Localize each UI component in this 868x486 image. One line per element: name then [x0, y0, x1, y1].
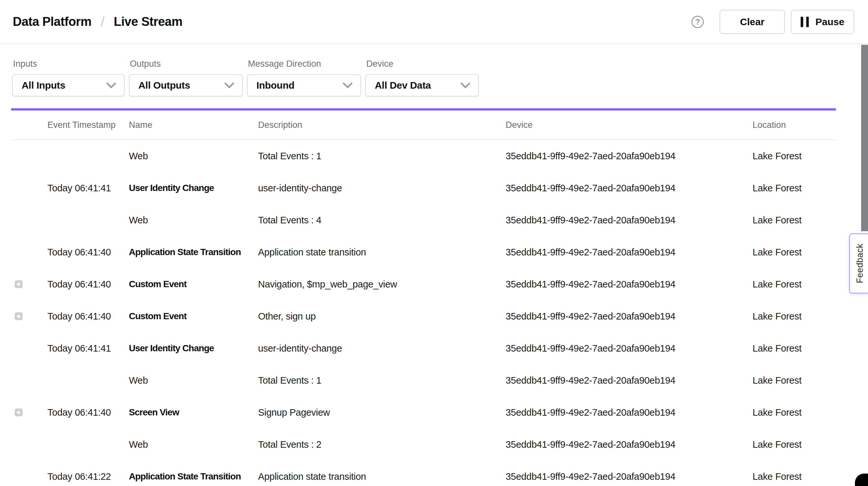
cell-location: Lake Forest [752, 247, 836, 258]
outputs-dropdown[interactable]: All Outputs [129, 74, 243, 96]
table-row[interactable]: Web Total Events : 1 35eddb41-9ff9-49e2-… [11, 140, 836, 172]
pause-button[interactable]: Pause [791, 10, 854, 34]
clear-button[interactable]: Clear [719, 10, 785, 34]
accent-bar [11, 108, 836, 111]
cell-timestamp: Today 06:41:40 [48, 311, 129, 322]
filter-inputs: Inputs All Inputs [12, 59, 125, 96]
cell-location: Lake Forest [752, 375, 836, 386]
cell-expander [11, 184, 48, 192]
cell-location: Lake Forest [752, 439, 836, 450]
cell-timestamp: Today 06:41:22 [48, 471, 129, 482]
column-header-timestamp: Event Timestamp [48, 120, 129, 130]
cell-expander [11, 312, 48, 320]
cell-device: 35eddb41-9ff9-49e2-7aed-20afa90eb194 [506, 279, 752, 290]
expand-button[interactable] [15, 280, 23, 288]
cell-expander [11, 344, 48, 352]
cell-description: user-identity-change [258, 343, 506, 354]
cell-device: 35eddb41-9ff9-49e2-7aed-20afa90eb194 [506, 151, 752, 161]
cell-device: 35eddb41-9ff9-49e2-7aed-20afa90eb194 [506, 183, 752, 193]
cell-expander [11, 408, 48, 416]
filter-device: Device All Dev Data [365, 59, 479, 96]
cell-description: Total Events : 1 [258, 151, 506, 161]
inputs-dropdown[interactable]: All Inputs [12, 74, 125, 96]
table-row[interactable]: Web Total Events : 1 35eddb41-9ff9-49e2-… [11, 364, 836, 396]
expand-button[interactable] [15, 408, 23, 416]
table-row[interactable]: Today 06:41:40 Custom Event Navigation, … [11, 268, 836, 300]
outputs-dropdown-value: All Outputs [138, 80, 190, 91]
help-icon[interactable]: ? [691, 16, 704, 28]
table-row[interactable]: Today 06:41:41 User Identity Change user… [11, 332, 836, 364]
table-row[interactable]: Web Total Events : 2 35eddb41-9ff9-49e2-… [11, 428, 836, 460]
table-row[interactable]: Today 06:41:40 Application State Transit… [11, 236, 836, 268]
cell-location: Lake Forest [752, 215, 836, 226]
filter-device-label: Device [366, 59, 479, 69]
table-row[interactable]: Today 06:41:22 Application State Transit… [11, 460, 836, 486]
table-row[interactable]: Today 06:41:40 Custom Event Other, sign … [11, 300, 836, 332]
app-header: Data Platform / Live Stream ? Clear Paus… [0, 0, 868, 44]
breadcrumb: Data Platform / Live Stream [13, 14, 183, 30]
message-direction-dropdown-value: Inbound [256, 80, 294, 91]
device-dropdown[interactable]: All Dev Data [365, 74, 479, 96]
filter-inputs-label: Inputs [13, 59, 125, 69]
cell-name: Application State Transition [129, 471, 258, 482]
cell-device: 35eddb41-9ff9-49e2-7aed-20afa90eb194 [506, 215, 752, 226]
pause-icon [801, 17, 809, 27]
cell-description: Signup Pageview [258, 407, 506, 418]
cell-device: 35eddb41-9ff9-49e2-7aed-20afa90eb194 [506, 471, 752, 482]
cell-timestamp: Today 06:41:40 [48, 407, 129, 418]
chevron-down-icon [106, 83, 116, 89]
column-header-location: Location [752, 120, 836, 130]
cell-expander [11, 441, 48, 448]
chevron-down-icon [343, 83, 352, 89]
cell-name: Web [129, 151, 258, 161]
chevron-down-icon [224, 83, 234, 89]
pause-button-label: Pause [815, 17, 844, 28]
filter-message-direction: Message Direction Inbound [247, 59, 361, 96]
cell-timestamp: Today 06:41:40 [48, 247, 129, 258]
cell-description: Total Events : 4 [258, 215, 506, 226]
feedback-tab[interactable]: Feedback [849, 233, 868, 294]
cell-name: User Identity Change [129, 183, 258, 193]
vertical-scrollbar-thumb[interactable] [861, 45, 868, 231]
device-dropdown-value: All Dev Data [375, 80, 431, 91]
cell-description: Other, sign up [258, 311, 506, 322]
column-header-description: Description [258, 120, 506, 130]
cell-description: Total Events : 1 [258, 375, 506, 386]
cell-timestamp: Today 06:41:41 [48, 183, 129, 193]
expand-button[interactable] [15, 312, 23, 320]
cell-expander [11, 376, 48, 384]
cell-device: 35eddb41-9ff9-49e2-7aed-20afa90eb194 [506, 407, 752, 418]
cell-description: Application state transition [258, 247, 506, 258]
filter-outputs-label: Outputs [130, 59, 243, 69]
table-row[interactable]: Today 06:41:40 Screen View Signup Pagevi… [11, 396, 836, 428]
cell-name: Custom Event [129, 279, 258, 290]
table-row[interactable]: Web Total Events : 4 35eddb41-9ff9-49e2-… [11, 204, 836, 236]
column-header-device: Device [506, 120, 752, 130]
cell-name: Web [129, 375, 258, 386]
inputs-dropdown-value: All Inputs [22, 80, 65, 91]
cell-name: Custom Event [129, 311, 258, 322]
cell-expander [11, 248, 48, 256]
filter-outputs: Outputs All Outputs [129, 59, 243, 96]
chat-bubble[interactable] [855, 474, 868, 486]
cell-name: Web [129, 215, 258, 226]
cell-device: 35eddb41-9ff9-49e2-7aed-20afa90eb194 [506, 311, 752, 322]
cell-timestamp: Today 06:41:41 [48, 343, 129, 354]
message-direction-dropdown[interactable]: Inbound [247, 74, 361, 96]
breadcrumb-section[interactable]: Data Platform [13, 15, 92, 29]
cell-expander [11, 473, 48, 481]
cell-name: User Identity Change [129, 343, 258, 354]
plus-icon [15, 312, 23, 320]
feedback-tab-label: Feedback [855, 244, 865, 283]
cell-expander [11, 280, 48, 288]
cell-description: Total Events : 2 [258, 439, 506, 450]
cell-location: Lake Forest [752, 407, 836, 418]
plus-icon [15, 408, 23, 416]
cell-name: Web [129, 439, 258, 450]
table-row[interactable]: Today 06:41:41 User Identity Change user… [11, 172, 836, 204]
filter-message-direction-label: Message Direction [248, 59, 361, 69]
cell-timestamp: Today 06:41:40 [48, 279, 129, 290]
cell-name: Application State Transition [129, 247, 258, 257]
cell-location: Lake Forest [752, 343, 836, 354]
breadcrumb-separator: / [101, 14, 105, 30]
